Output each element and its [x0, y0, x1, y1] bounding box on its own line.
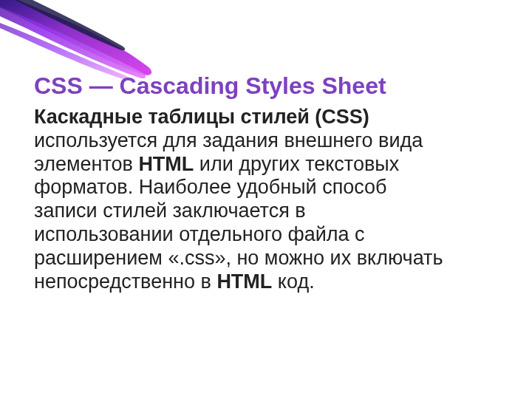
- slide-title: CSS — Cascading Styles Sheet: [34, 72, 448, 100]
- html-bold-1: HTML: [138, 153, 194, 175]
- html-bold-2: HTML: [216, 270, 272, 293]
- content-area: CSS — Cascading Styles Sheet Каскадные т…: [34, 72, 448, 294]
- body-paragraph: Каскадные таблицы стилей (CSS) используе…: [34, 106, 448, 294]
- body-text-3: код.: [272, 270, 314, 293]
- lead-bold: Каскадные таблицы стилей (CSS): [34, 106, 369, 128]
- slide: CSS — Cascading Styles Sheet Каскадные т…: [0, 0, 532, 399]
